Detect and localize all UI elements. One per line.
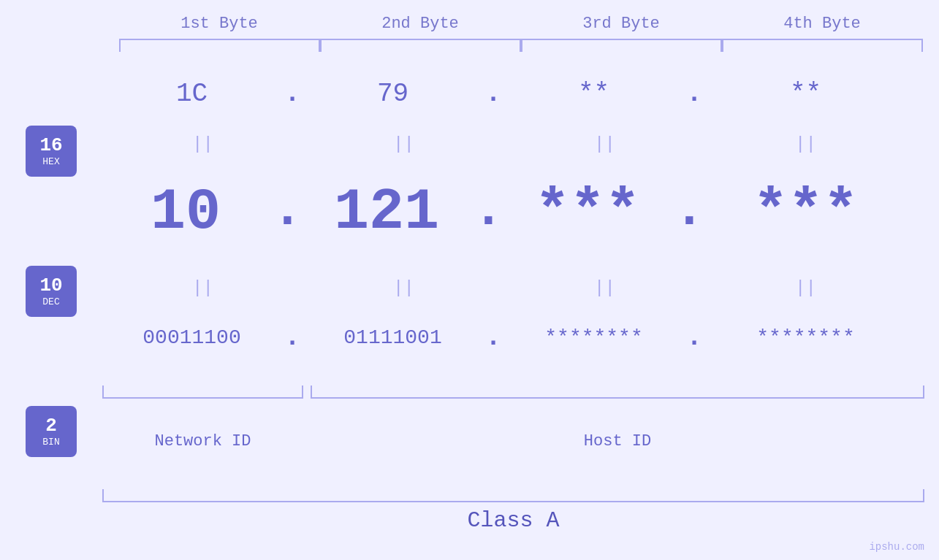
class-bracket-container: Class A [102, 489, 924, 533]
watermark: ipshu.com [869, 541, 924, 553]
bottom-bracket-host [311, 386, 924, 399]
network-id-label: Network ID [102, 432, 303, 450]
bin-cell-4: ******** [705, 326, 906, 349]
bin-dot-3: . [683, 323, 705, 353]
equals-cell-5: || [102, 278, 303, 298]
top-bracket-2 [320, 39, 521, 52]
equals-cell-1: || [102, 134, 303, 154]
top-bracket-row [0, 39, 939, 52]
byte-headers-row: 1st Byte 2nd Byte 3rd Byte 4th Byte [0, 15, 939, 33]
bracket-gap [303, 386, 307, 399]
equals-7: || [594, 278, 615, 298]
bottom-labels-row: Network ID Host ID [102, 432, 924, 450]
byte-header-2: 2nd Byte [320, 15, 521, 33]
top-bracket-3 [521, 39, 722, 52]
equals-row-2: || || || || [102, 278, 924, 298]
hex-row: 1C . 79 . ** . ** [102, 79, 924, 109]
dec-dot-3: . [674, 184, 705, 237]
bin-cell-2: 01111001 . [303, 323, 504, 353]
hex-cell-3: ** . [504, 79, 705, 109]
equals-4: || [795, 134, 816, 154]
top-bracket-1 [119, 39, 320, 52]
hex-badge-label: HEX [42, 156, 59, 167]
bin-badge: 2 BIN [26, 406, 77, 457]
dec-row: 10 . 121 . *** . *** [102, 179, 924, 245]
equals-2: || [393, 134, 414, 154]
dec-dot-2: . [473, 184, 504, 237]
hex-value-2: 79 [303, 79, 482, 109]
byte-header-1: 1st Byte [119, 15, 320, 33]
dec-dot-1: . [272, 184, 303, 237]
bin-value-1: 00011100 [102, 326, 281, 349]
equals-cell-8: || [705, 278, 906, 298]
dec-value-3: *** [504, 179, 671, 245]
dec-badge-number: 10 [39, 275, 62, 296]
byte-header-3: 3rd Byte [521, 15, 722, 33]
bottom-bracket-network [102, 386, 303, 399]
dec-value-4: *** [705, 179, 906, 245]
dec-cell-4: *** [705, 179, 906, 245]
equals-1: || [192, 134, 213, 154]
bin-dot-1: . [281, 323, 303, 353]
bin-value-4: ******** [705, 326, 906, 349]
bin-cell-3: ******** . [504, 323, 705, 353]
equals-cell-6: || [303, 278, 504, 298]
equals-cell-4: || [705, 134, 906, 154]
hex-cell-1: 1C . [102, 79, 303, 109]
hex-badge: 16 HEX [26, 126, 77, 177]
dec-cell-2: 121 . [303, 179, 504, 245]
hex-cell-2: 79 . [303, 79, 504, 109]
equals-cell-7: || [504, 278, 705, 298]
dec-value-1: 10 [102, 179, 269, 245]
dec-cell-1: 10 . [102, 179, 303, 245]
class-a-label: Class A [102, 508, 924, 533]
main-content-area: 16 HEX 10 DEC 2 BIN 1C . 79 [0, 66, 939, 545]
byte-header-4: 4th Byte [722, 15, 923, 33]
bin-cell-1: 00011100 . [102, 323, 303, 353]
equals-5: || [192, 278, 213, 298]
equals-cell-3: || [504, 134, 705, 154]
equals-3: || [594, 134, 615, 154]
hex-value-4: ** [705, 79, 906, 109]
top-bracket-4 [722, 39, 923, 52]
bin-badge-number: 2 [45, 415, 57, 437]
data-rows: 1C . 79 . ** . ** || [102, 66, 939, 545]
bin-dot-2: . [482, 323, 504, 353]
dec-badge: 10 DEC [26, 266, 77, 317]
hex-cell-4: ** [705, 79, 906, 109]
hex-dot-3: . [683, 79, 705, 109]
class-outer-bracket [102, 489, 924, 502]
hex-dot-1: . [281, 79, 303, 109]
equals-8: || [795, 278, 816, 298]
bin-badge-label: BIN [42, 437, 59, 448]
hex-dot-2: . [482, 79, 504, 109]
equals-6: || [393, 278, 414, 298]
dec-cell-3: *** . [504, 179, 705, 245]
hex-badge-number: 16 [39, 135, 62, 156]
equals-row-1: || || || || [102, 134, 924, 154]
label-gap [303, 432, 307, 450]
dec-value-2: 121 [303, 179, 470, 245]
bin-value-3: ******** [504, 326, 683, 349]
dec-badge-label: DEC [42, 296, 59, 307]
bin-value-2: 01111001 [303, 326, 482, 349]
bin-row: 00011100 . 01111001 . ******** . *******… [102, 323, 924, 353]
hex-value-1: 1C [102, 79, 281, 109]
hex-value-3: ** [504, 79, 683, 109]
host-id-label: Host ID [311, 432, 924, 450]
bottom-bracket-row [102, 386, 924, 399]
equals-cell-2: || [303, 134, 504, 154]
badges-column: 16 HEX 10 DEC 2 BIN [0, 66, 102, 545]
main-container: 1st Byte 2nd Byte 3rd Byte 4th Byte 16 H… [0, 0, 939, 560]
